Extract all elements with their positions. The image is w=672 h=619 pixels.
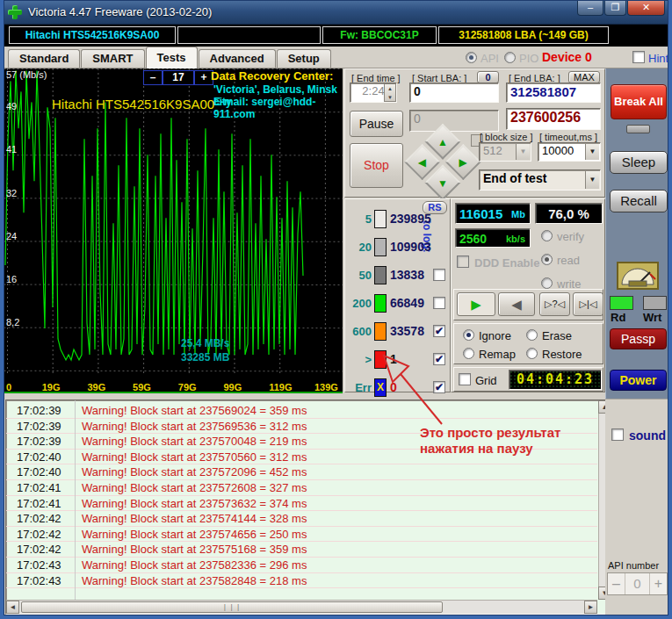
victoria-window: { "window": { "title": "Victoria 4.47 Fr… <box>0 0 672 619</box>
window-border <box>0 0 672 619</box>
tab-tests[interactable]: Tests <box>146 47 198 68</box>
